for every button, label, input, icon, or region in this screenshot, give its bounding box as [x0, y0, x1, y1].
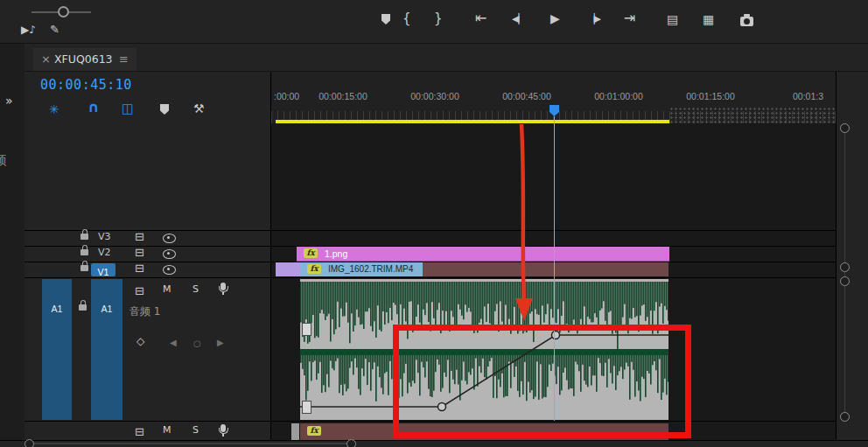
- tab-title[interactable]: XFUQ0613: [54, 54, 113, 66]
- track-name-v2[interactable]: V2: [98, 248, 111, 257]
- next-keyframe-icon[interactable]: ▶: [217, 339, 224, 347]
- clip-v1-small[interactable]: [276, 262, 301, 276]
- solo-button[interactable]: S: [192, 425, 199, 435]
- scrollbar-knob[interactable]: [840, 276, 850, 286]
- panel-menu-icon[interactable]: ≡: [119, 53, 129, 65]
- audio-track-target-a1[interactable]: A1: [91, 279, 122, 420]
- track-target-v1[interactable]: V1: [91, 263, 116, 276]
- track-targeting-icon[interactable]: ⊟: [135, 262, 144, 274]
- voiceover-record-mic-icon[interactable]: [220, 424, 226, 432]
- zoom-handle-left[interactable]: [24, 439, 34, 447]
- audio-source-patch-a1[interactable]: A1: [42, 279, 72, 420]
- fx-badge[interactable]: fx: [307, 264, 321, 274]
- clip-v1-img1602[interactable]: fx IMG_1602.TRIM.MP4: [300, 262, 668, 276]
- top-toolbar: ▶♪ ✎ { } ⇤ ◀▏ ▶ ▕▶ ⇥ ▤ ▦: [0, 0, 868, 45]
- track-targeting-icon[interactable]: ⊟: [135, 247, 144, 258]
- track-lock-icon[interactable]: [80, 234, 88, 240]
- track-lock-icon[interactable]: [79, 304, 87, 311]
- voiceover-record-mic-icon[interactable]: [220, 283, 226, 290]
- annotation-arrow: [490, 114, 569, 332]
- work-area-bar[interactable]: [276, 120, 669, 123]
- row-divider: [24, 230, 836, 231]
- track-name-v1: V1: [98, 267, 109, 277]
- horizontal-zoom-scrollbar[interactable]: [33, 443, 348, 444]
- play-icon[interactable]: ▶: [550, 12, 560, 24]
- expand-panel-chevron-icon[interactable]: »: [5, 94, 13, 107]
- clip-edge-handle[interactable]: [291, 423, 299, 440]
- audio-track-name: A1: [102, 304, 113, 314]
- solo-button[interactable]: S: [192, 284, 199, 294]
- clip-level-handle[interactable]: [302, 323, 312, 336]
- snap-magnet-icon[interactable]: ∩: [88, 101, 99, 115]
- export-icon[interactable]: ✎: [50, 24, 60, 35]
- add-marker-icon[interactable]: [382, 14, 390, 24]
- fx-badge[interactable]: fx: [304, 248, 318, 258]
- vertical-scrollbar-track[interactable]: [844, 131, 845, 420]
- clip-level-handle[interactable]: [302, 401, 312, 414]
- track-name-v3[interactable]: V3: [98, 232, 111, 241]
- track-lock-icon[interactable]: [80, 265, 88, 271]
- header-lane-divider: [270, 72, 271, 440]
- zoom-handle-right[interactable]: [346, 439, 356, 447]
- lift-icon[interactable]: ▤: [667, 13, 678, 25]
- collapsed-panel-rail: » 频: [0, 44, 25, 440]
- ruler-tick: 00:01:00:00: [594, 91, 642, 101]
- scrollbar-knob[interactable]: [840, 262, 850, 272]
- ruler-tick: :00:00: [274, 91, 299, 101]
- track-visibility-eye-icon[interactable]: [163, 249, 176, 259]
- clip-v2-1png[interactable]: fx 1.png: [297, 247, 669, 262]
- source-patch-label: A1: [52, 304, 63, 314]
- step-back-icon[interactable]: ◀▏: [512, 14, 525, 24]
- annotation-highlight-rectangle: [393, 325, 691, 438]
- ruler-tick: 00:01:3: [793, 91, 823, 101]
- ruler-tick: 00:01:15:00: [686, 91, 734, 101]
- add-keyframe-icon[interactable]: ○: [193, 339, 201, 348]
- ruler-tick: 00:00:30:00: [410, 91, 458, 101]
- row-divider: [24, 277, 836, 278]
- clipped-panel-text: 频: [0, 153, 6, 168]
- linked-selection-icon[interactable]: ◫: [122, 102, 134, 115]
- track-targeting-icon[interactable]: ⊟: [135, 426, 144, 437]
- export-frame-camera-icon[interactable]: [740, 17, 753, 26]
- premiere-timeline-window: ▶♪ ✎ { } ⇤ ◀▏ ▶ ▕▶ ⇥ ▤ ▦ » 频 × XFUQ0613 …: [0, 0, 868, 447]
- clip-name: IMG_1602.TRIM.MP4: [328, 262, 413, 276]
- mark-out-icon[interactable]: }: [434, 12, 443, 25]
- track-visibility-eye-icon[interactable]: [163, 265, 176, 275]
- clipped-panel-label: 频: [0, 152, 11, 168]
- audio-track-label[interactable]: 音频 1: [130, 306, 160, 317]
- track-lock-icon[interactable]: [80, 249, 88, 255]
- go-to-in-icon[interactable]: ⇤: [475, 11, 486, 25]
- step-forward-icon[interactable]: ▕▶: [587, 14, 600, 24]
- extract-icon[interactable]: ▦: [703, 13, 714, 25]
- timeline-settings-wrench-icon[interactable]: ⚒: [193, 102, 205, 115]
- track-visibility-eye-icon[interactable]: [163, 234, 176, 243]
- track-targeting-icon[interactable]: ⊟: [135, 231, 144, 242]
- ruler-tick: 00:00:45:00: [502, 91, 550, 101]
- scrollbar-knob[interactable]: [840, 123, 850, 133]
- prev-keyframe-icon[interactable]: ◀: [170, 339, 177, 347]
- lane-gutter-divider: [836, 72, 836, 440]
- ruler-out-of-sequence-dots: [669, 107, 836, 123]
- preview-play-icon[interactable]: ▶♪: [21, 24, 36, 35]
- clip-name: 1.png: [325, 247, 347, 261]
- go-to-out-icon[interactable]: ⇥: [624, 11, 635, 25]
- mute-button[interactable]: M: [163, 284, 172, 294]
- mark-in-icon[interactable]: {: [402, 12, 411, 25]
- keyframe-toggle-icon[interactable]: ◇: [136, 336, 144, 346]
- nest-toggle-icon[interactable]: ✳: [49, 103, 60, 115]
- mute-button[interactable]: M: [163, 425, 172, 435]
- fx-badge[interactable]: fx: [307, 426, 321, 436]
- playhead-timecode[interactable]: 00:00:45:10: [40, 77, 132, 93]
- scrollbar-knob[interactable]: [840, 412, 850, 422]
- volume-slider-knob[interactable]: [58, 6, 69, 17]
- tab-close-icon[interactable]: ×: [41, 53, 51, 65]
- ruler-tick: 00:00:15:00: [318, 91, 367, 101]
- track-targeting-icon[interactable]: ⊟: [135, 285, 144, 297]
